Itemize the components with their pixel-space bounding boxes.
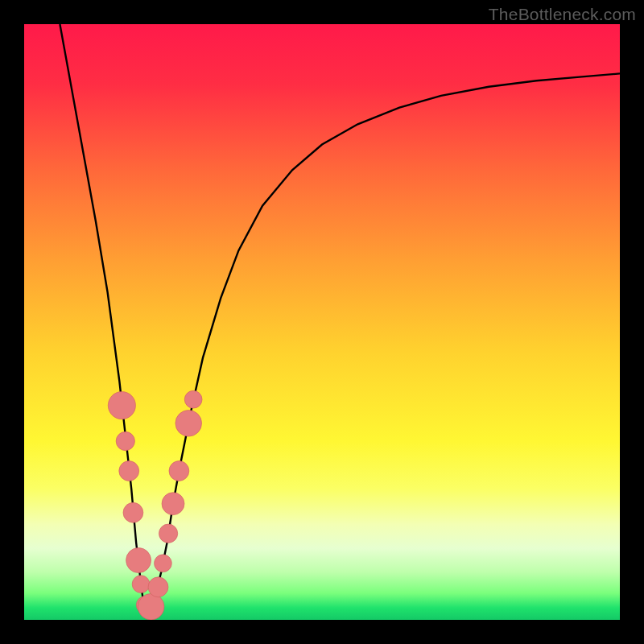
curve-layer bbox=[24, 24, 620, 620]
curve-marker bbox=[123, 502, 143, 522]
curve-marker bbox=[108, 392, 135, 419]
bottleneck-curve bbox=[60, 24, 620, 608]
curve-marker bbox=[169, 461, 189, 481]
plot-area bbox=[24, 24, 620, 620]
curve-marker bbox=[148, 577, 168, 597]
watermark-text: TheBottleneck.com bbox=[489, 5, 636, 24]
curve-marker bbox=[126, 547, 151, 572]
curve-marker bbox=[116, 431, 134, 450]
curve-marker bbox=[162, 493, 184, 515]
chart-frame: TheBottleneck.com bbox=[0, 0, 644, 644]
curve-marker bbox=[184, 390, 202, 408]
curve-marker bbox=[155, 555, 172, 572]
curve-marker bbox=[159, 524, 177, 543]
curve-marker bbox=[175, 410, 202, 436]
curve-marker bbox=[119, 461, 139, 481]
marker-cluster bbox=[108, 390, 202, 620]
curve-marker bbox=[132, 576, 150, 593]
curve-marker bbox=[138, 593, 164, 620]
